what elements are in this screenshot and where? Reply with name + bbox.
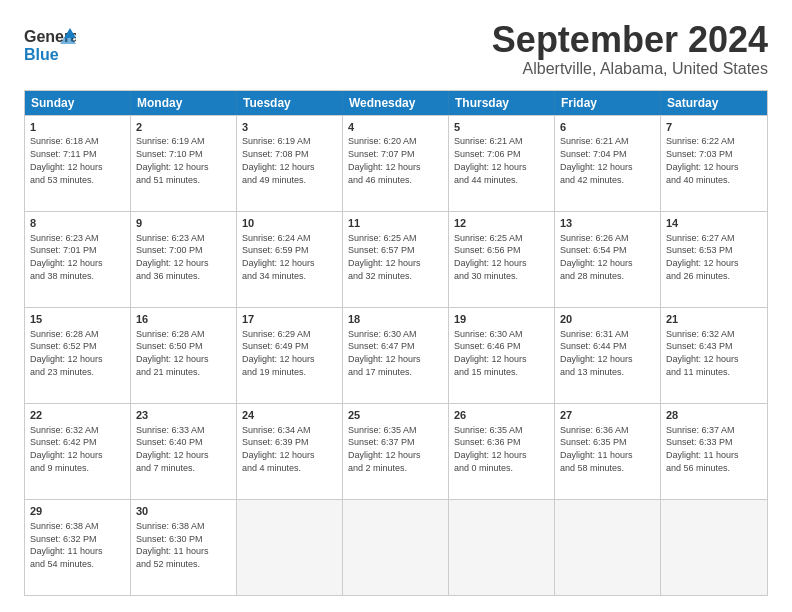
day-number: 10 bbox=[242, 216, 337, 231]
day-number: 1 bbox=[30, 120, 125, 135]
calendar-row: 1Sunrise: 6:18 AMSunset: 7:11 PMDaylight… bbox=[25, 115, 767, 211]
calendar-header: Sunday Monday Tuesday Wednesday Thursday… bbox=[25, 91, 767, 115]
table-row: 26Sunrise: 6:35 AMSunset: 6:36 PMDayligh… bbox=[449, 404, 555, 499]
logo-icon: General Blue bbox=[24, 20, 76, 68]
table-row: 22Sunrise: 6:32 AMSunset: 6:42 PMDayligh… bbox=[25, 404, 131, 499]
table-row: 8Sunrise: 6:23 AMSunset: 7:01 PMDaylight… bbox=[25, 212, 131, 307]
svg-text:Blue: Blue bbox=[24, 46, 59, 63]
day-info: Sunrise: 6:19 AMSunset: 7:10 PMDaylight:… bbox=[136, 136, 209, 184]
table-row: 21Sunrise: 6:32 AMSunset: 6:43 PMDayligh… bbox=[661, 308, 767, 403]
calendar-body: 1Sunrise: 6:18 AMSunset: 7:11 PMDaylight… bbox=[25, 115, 767, 595]
day-number: 13 bbox=[560, 216, 655, 231]
day-info: Sunrise: 6:35 AMSunset: 6:36 PMDaylight:… bbox=[454, 425, 527, 473]
table-row: 28Sunrise: 6:37 AMSunset: 6:33 PMDayligh… bbox=[661, 404, 767, 499]
table-row: 16Sunrise: 6:28 AMSunset: 6:50 PMDayligh… bbox=[131, 308, 237, 403]
table-row: 14Sunrise: 6:27 AMSunset: 6:53 PMDayligh… bbox=[661, 212, 767, 307]
day-info: Sunrise: 6:36 AMSunset: 6:35 PMDaylight:… bbox=[560, 425, 633, 473]
header-monday: Monday bbox=[131, 91, 237, 115]
day-info: Sunrise: 6:20 AMSunset: 7:07 PMDaylight:… bbox=[348, 136, 421, 184]
day-number: 9 bbox=[136, 216, 231, 231]
day-number: 5 bbox=[454, 120, 549, 135]
header-saturday: Saturday bbox=[661, 91, 767, 115]
table-row: 30Sunrise: 6:38 AMSunset: 6:30 PMDayligh… bbox=[131, 500, 237, 595]
day-number: 19 bbox=[454, 312, 549, 327]
day-info: Sunrise: 6:38 AMSunset: 6:30 PMDaylight:… bbox=[136, 521, 209, 569]
day-number: 24 bbox=[242, 408, 337, 423]
day-number: 2 bbox=[136, 120, 231, 135]
day-number: 4 bbox=[348, 120, 443, 135]
table-row: 13Sunrise: 6:26 AMSunset: 6:54 PMDayligh… bbox=[555, 212, 661, 307]
table-row: 11Sunrise: 6:25 AMSunset: 6:57 PMDayligh… bbox=[343, 212, 449, 307]
day-number: 8 bbox=[30, 216, 125, 231]
day-number: 22 bbox=[30, 408, 125, 423]
day-info: Sunrise: 6:30 AMSunset: 6:47 PMDaylight:… bbox=[348, 329, 421, 377]
header: General Blue September 2024 Albertville,… bbox=[24, 20, 768, 78]
day-info: Sunrise: 6:26 AMSunset: 6:54 PMDaylight:… bbox=[560, 233, 633, 281]
calendar-row: 15Sunrise: 6:28 AMSunset: 6:52 PMDayligh… bbox=[25, 307, 767, 403]
table-row bbox=[555, 500, 661, 595]
day-number: 7 bbox=[666, 120, 762, 135]
header-thursday: Thursday bbox=[449, 91, 555, 115]
day-number: 15 bbox=[30, 312, 125, 327]
day-info: Sunrise: 6:35 AMSunset: 6:37 PMDaylight:… bbox=[348, 425, 421, 473]
table-row: 20Sunrise: 6:31 AMSunset: 6:44 PMDayligh… bbox=[555, 308, 661, 403]
calendar: Sunday Monday Tuesday Wednesday Thursday… bbox=[24, 90, 768, 596]
day-number: 11 bbox=[348, 216, 443, 231]
page: General Blue September 2024 Albertville,… bbox=[0, 0, 792, 612]
table-row: 23Sunrise: 6:33 AMSunset: 6:40 PMDayligh… bbox=[131, 404, 237, 499]
calendar-row: 22Sunrise: 6:32 AMSunset: 6:42 PMDayligh… bbox=[25, 403, 767, 499]
logo: General Blue bbox=[24, 20, 76, 68]
table-row: 29Sunrise: 6:38 AMSunset: 6:32 PMDayligh… bbox=[25, 500, 131, 595]
day-info: Sunrise: 6:23 AMSunset: 7:00 PMDaylight:… bbox=[136, 233, 209, 281]
day-info: Sunrise: 6:18 AMSunset: 7:11 PMDaylight:… bbox=[30, 136, 103, 184]
page-title: September 2024 bbox=[492, 20, 768, 60]
table-row: 5Sunrise: 6:21 AMSunset: 7:06 PMDaylight… bbox=[449, 116, 555, 211]
day-info: Sunrise: 6:34 AMSunset: 6:39 PMDaylight:… bbox=[242, 425, 315, 473]
table-row: 9Sunrise: 6:23 AMSunset: 7:00 PMDaylight… bbox=[131, 212, 237, 307]
day-number: 12 bbox=[454, 216, 549, 231]
day-info: Sunrise: 6:25 AMSunset: 6:57 PMDaylight:… bbox=[348, 233, 421, 281]
table-row bbox=[237, 500, 343, 595]
day-number: 20 bbox=[560, 312, 655, 327]
table-row: 15Sunrise: 6:28 AMSunset: 6:52 PMDayligh… bbox=[25, 308, 131, 403]
day-info: Sunrise: 6:29 AMSunset: 6:49 PMDaylight:… bbox=[242, 329, 315, 377]
header-tuesday: Tuesday bbox=[237, 91, 343, 115]
table-row: 4Sunrise: 6:20 AMSunset: 7:07 PMDaylight… bbox=[343, 116, 449, 211]
day-number: 17 bbox=[242, 312, 337, 327]
day-info: Sunrise: 6:32 AMSunset: 6:43 PMDaylight:… bbox=[666, 329, 739, 377]
day-info: Sunrise: 6:32 AMSunset: 6:42 PMDaylight:… bbox=[30, 425, 103, 473]
title-block: September 2024 Albertville, Alabama, Uni… bbox=[492, 20, 768, 78]
day-number: 18 bbox=[348, 312, 443, 327]
table-row: 19Sunrise: 6:30 AMSunset: 6:46 PMDayligh… bbox=[449, 308, 555, 403]
header-wednesday: Wednesday bbox=[343, 91, 449, 115]
table-row: 27Sunrise: 6:36 AMSunset: 6:35 PMDayligh… bbox=[555, 404, 661, 499]
day-info: Sunrise: 6:21 AMSunset: 7:06 PMDaylight:… bbox=[454, 136, 527, 184]
day-info: Sunrise: 6:21 AMSunset: 7:04 PMDaylight:… bbox=[560, 136, 633, 184]
day-info: Sunrise: 6:22 AMSunset: 7:03 PMDaylight:… bbox=[666, 136, 739, 184]
day-number: 30 bbox=[136, 504, 231, 519]
table-row bbox=[343, 500, 449, 595]
day-info: Sunrise: 6:27 AMSunset: 6:53 PMDaylight:… bbox=[666, 233, 739, 281]
header-sunday: Sunday bbox=[25, 91, 131, 115]
table-row: 6Sunrise: 6:21 AMSunset: 7:04 PMDaylight… bbox=[555, 116, 661, 211]
day-info: Sunrise: 6:31 AMSunset: 6:44 PMDaylight:… bbox=[560, 329, 633, 377]
calendar-row: 29Sunrise: 6:38 AMSunset: 6:32 PMDayligh… bbox=[25, 499, 767, 595]
table-row: 3Sunrise: 6:19 AMSunset: 7:08 PMDaylight… bbox=[237, 116, 343, 211]
header-friday: Friday bbox=[555, 91, 661, 115]
day-number: 3 bbox=[242, 120, 337, 135]
day-info: Sunrise: 6:24 AMSunset: 6:59 PMDaylight:… bbox=[242, 233, 315, 281]
day-info: Sunrise: 6:38 AMSunset: 6:32 PMDaylight:… bbox=[30, 521, 103, 569]
table-row bbox=[661, 500, 767, 595]
page-subtitle: Albertville, Alabama, United States bbox=[492, 60, 768, 78]
day-info: Sunrise: 6:19 AMSunset: 7:08 PMDaylight:… bbox=[242, 136, 315, 184]
day-info: Sunrise: 6:28 AMSunset: 6:52 PMDaylight:… bbox=[30, 329, 103, 377]
table-row: 1Sunrise: 6:18 AMSunset: 7:11 PMDaylight… bbox=[25, 116, 131, 211]
day-number: 21 bbox=[666, 312, 762, 327]
table-row: 2Sunrise: 6:19 AMSunset: 7:10 PMDaylight… bbox=[131, 116, 237, 211]
table-row: 12Sunrise: 6:25 AMSunset: 6:56 PMDayligh… bbox=[449, 212, 555, 307]
day-info: Sunrise: 6:30 AMSunset: 6:46 PMDaylight:… bbox=[454, 329, 527, 377]
day-info: Sunrise: 6:23 AMSunset: 7:01 PMDaylight:… bbox=[30, 233, 103, 281]
day-info: Sunrise: 6:25 AMSunset: 6:56 PMDaylight:… bbox=[454, 233, 527, 281]
table-row: 25Sunrise: 6:35 AMSunset: 6:37 PMDayligh… bbox=[343, 404, 449, 499]
table-row: 18Sunrise: 6:30 AMSunset: 6:47 PMDayligh… bbox=[343, 308, 449, 403]
